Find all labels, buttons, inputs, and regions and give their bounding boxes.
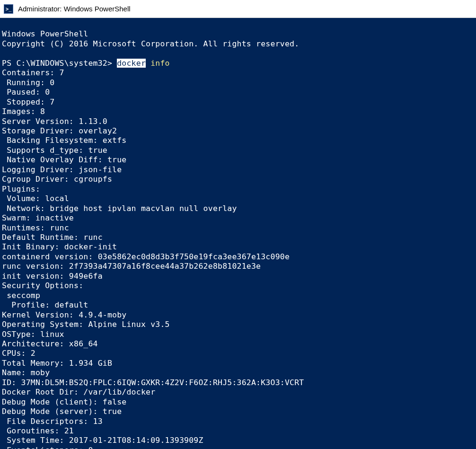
window-titlebar[interactable]: >_ Administrator: Windows PowerShell <box>0 0 476 18</box>
output-line: OSType: linux <box>2 330 64 339</box>
output-line: Logging Driver: json-file <box>2 165 122 174</box>
output-line: Debug Mode (server): true <box>2 407 122 416</box>
terminal-header-line: Windows PowerShell <box>2 29 88 38</box>
output-line: Paused: 0 <box>2 88 50 97</box>
output-line: Total Memory: 1.934 GiB <box>2 359 112 368</box>
output-line: containerd version: 03e5862ec0d8d3b3f750… <box>2 252 290 261</box>
powershell-icon-glyph: >_ <box>6 6 12 12</box>
terminal-content[interactable]: Windows PowerShell Copyright (C) 2016 Mi… <box>0 18 476 449</box>
output-line: System Time: 2017-01-21T08:14:09.1393909… <box>2 436 203 445</box>
command-docker: docker <box>117 59 146 68</box>
output-line: Debug Mode (client): false <box>2 397 126 406</box>
output-line: Containers: 7 <box>2 68 64 77</box>
command-args: info <box>146 59 170 68</box>
output-line: Kernel Version: 4.9.4-moby <box>2 310 126 319</box>
output-line: Storage Driver: overlay2 <box>2 126 117 135</box>
output-line: Running: 0 <box>2 78 54 87</box>
output-line: Stopped: 7 <box>2 97 54 106</box>
terminal-copyright-line: Copyright (C) 2016 Microsoft Corporation… <box>2 39 299 48</box>
output-line: Init Binary: docker-init <box>2 242 117 251</box>
output-line: runc version: 2f7393a47307a16f8cee44a37b… <box>2 262 261 271</box>
output-line: Native Overlay Diff: true <box>2 155 126 164</box>
output-line: Cgroup Driver: cgroupfs <box>2 175 112 184</box>
output-line: Network: bridge host ipvlan macvlan null… <box>2 204 237 213</box>
window-title: Administrator: Windows PowerShell <box>18 5 131 13</box>
output-line: Default Runtime: runc <box>2 233 103 242</box>
output-line: init version: 949e6fa <box>2 272 103 281</box>
output-line: Profile: default <box>2 300 88 309</box>
output-line: Architecture: x86_64 <box>2 339 98 348</box>
output-line: Plugins: <box>2 185 40 194</box>
output-line: Supports d_type: true <box>2 146 107 155</box>
output-line: Security Options: <box>2 281 83 290</box>
output-line: EventsListeners: 0 <box>2 446 93 449</box>
output-line: seccomp <box>2 291 40 300</box>
prompt-prefix: PS C:\WINDOWS\system32> <box>2 59 117 68</box>
output-line: Runtimes: runc <box>2 223 69 232</box>
output-line: Name: moby <box>2 368 50 377</box>
output-line: ID: 37MN:DL5M:BS2Q:FPLC:6IQW:GXKR:4Z2V:F… <box>2 378 304 387</box>
output-line: CPUs: 2 <box>2 349 35 358</box>
output-line: Docker Root Dir: /var/lib/docker <box>2 387 155 396</box>
output-line: File Descriptors: 13 <box>2 417 103 426</box>
output-line: Operating System: Alpine Linux v3.5 <box>2 320 170 329</box>
output-line: Server Version: 1.13.0 <box>2 117 107 126</box>
output-line: Goroutines: 21 <box>2 426 74 435</box>
output-line: Swarm: inactive <box>2 213 74 222</box>
output-line: Volume: local <box>2 194 69 203</box>
output-line: Images: 8 <box>2 107 45 116</box>
powershell-icon: >_ <box>4 4 13 14</box>
output-line: Backing Filesystem: extfs <box>2 136 126 145</box>
